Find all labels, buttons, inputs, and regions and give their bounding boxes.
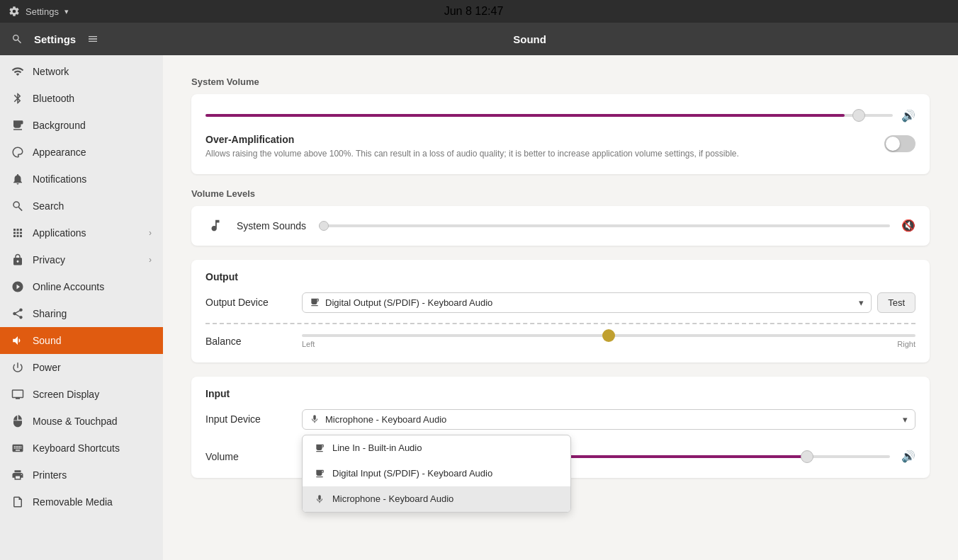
over-amplification-toggle[interactable] — [884, 135, 915, 152]
sidebar-item-label-privacy: Privacy — [33, 254, 65, 265]
input-volume-high-icon: 🔊 — [901, 450, 915, 463]
sidebar-item-sound[interactable]: Sound — [0, 327, 163, 354]
sidebar-item-search[interactable]: Search — [0, 193, 163, 219]
sidebar-item-label-printers: Printers — [33, 469, 67, 481]
dropdown-item-microphone-label: Microphone - Keyboard Audio — [332, 493, 453, 504]
balance-thumb[interactable] — [602, 329, 615, 342]
system-volume-title: System Volume — [191, 76, 930, 87]
input-dropdown-arrow-icon: ▾ — [903, 414, 908, 425]
power-icon — [11, 361, 24, 374]
over-amplification-row: Over-Amplification Allows raising the vo… — [191, 122, 930, 174]
system-sounds-slider[interactable] — [319, 219, 890, 233]
output-device-row: Output Device Digital Output (S/PDIF) - … — [191, 282, 930, 323]
output-card: Output Output Device Digital Output (S/P… — [191, 260, 930, 362]
page-title: Sound — [110, 33, 949, 45]
sidebar-item-applications[interactable]: Applications › — [0, 219, 163, 246]
sidebar-item-background[interactable]: Background — [0, 112, 163, 139]
input-volume-thumb[interactable] — [801, 450, 813, 463]
chevron-icon-applications: › — [149, 228, 152, 238]
over-amplification-text: Over-Amplification Allows raising the vo… — [205, 134, 873, 160]
sidebar-item-label-appearance: Appearance — [33, 147, 86, 158]
main-layout: Network Bluetooth Background Appearance … — [0, 55, 958, 560]
sidebar-item-label-power: Power — [33, 362, 61, 373]
test-button[interactable]: Test — [877, 292, 915, 313]
balance-slider-container: Left Right — [302, 334, 915, 348]
online-accounts-icon — [11, 280, 24, 293]
output-device-select-container: Digital Output (S/PDIF) - Keyboard Audio… — [302, 292, 915, 313]
sharing-icon — [11, 307, 24, 320]
notifications-icon — [11, 173, 24, 185]
dropdown-item-line-in-label: Line In - Built-in Audio — [332, 442, 422, 453]
system-volume-slider[interactable] — [205, 108, 893, 122]
dropdown-item-digital-input-label: Digital Input (S/PDIF) - Keyboard Audio — [332, 468, 492, 479]
sidebar-item-keyboard-shortcuts[interactable]: Keyboard Shortcuts — [0, 435, 163, 462]
input-device-label: Input Device — [205, 413, 291, 425]
sidebar-item-notifications[interactable]: Notifications — [0, 166, 163, 193]
output-device-label: Output Device — [205, 297, 291, 308]
output-section-title: Output — [191, 260, 930, 282]
hamburger-button[interactable] — [84, 30, 101, 47]
sidebar-item-label-network: Network — [33, 66, 69, 77]
sidebar-item-power[interactable]: Power — [0, 354, 163, 381]
system-sounds-label: System Sounds — [237, 220, 308, 232]
toggle-knob — [886, 137, 900, 151]
sidebar-item-label-sound: Sound — [33, 335, 61, 346]
search-icon — [11, 200, 24, 212]
sidebar-item-sharing[interactable]: Sharing — [0, 300, 163, 327]
titlebar-app-label: Settings — [26, 6, 59, 17]
sidebar-item-network[interactable]: Network — [0, 58, 163, 85]
dropdown-item-line-in[interactable]: Line In - Built-in Audio — [303, 435, 570, 461]
sidebar-item-printers[interactable]: Printers — [0, 462, 163, 488]
sidebar-item-label-search: Search — [33, 200, 64, 212]
output-device-name: Digital Output (S/PDIF) - Keyboard Audio — [325, 297, 492, 308]
balance-label: Balance — [205, 336, 291, 347]
sidebar-item-label-mouse-touchpad: Mouse & Touchpad — [33, 416, 118, 427]
balance-track[interactable] — [302, 334, 915, 337]
keyboard-shortcuts-icon — [11, 442, 24, 455]
sidebar-item-mouse-touchpad[interactable]: Mouse & Touchpad — [0, 408, 163, 435]
system-volume-card: 🔊 Over-Amplification Allows raising the … — [191, 94, 930, 174]
hamburger-icon — [87, 33, 98, 45]
sidebar-item-label-bluetooth: Bluetooth — [33, 93, 74, 104]
printers-icon — [11, 469, 24, 481]
input-device-dropdown-popup[interactable]: Line In - Built-in Audio Digital Input (… — [302, 435, 571, 513]
privacy-icon — [11, 253, 24, 266]
input-section-title: Input — [191, 377, 930, 399]
background-icon — [11, 119, 24, 132]
volume-levels-title: Volume Levels — [191, 188, 930, 199]
audio-card-icon-line-in — [314, 442, 325, 454]
titlebar-dropdown-icon[interactable]: ▾ — [64, 7, 69, 16]
search-button[interactable] — [9, 30, 26, 47]
sidebar-item-removable-media[interactable]: Removable Media — [0, 488, 163, 515]
volume-level-row: System Sounds 🔇 — [191, 206, 930, 246]
input-device-dropdown[interactable]: Microphone - Keyboard Audio ▾ — [302, 409, 915, 430]
applications-icon — [11, 227, 24, 239]
screen-display-icon — [11, 388, 24, 401]
system-sounds-icon — [205, 216, 225, 236]
output-device-dropdown[interactable]: Digital Output (S/PDIF) - Keyboard Audio… — [302, 292, 872, 313]
dropdown-arrow-icon: ▾ — [859, 297, 864, 308]
audio-card-icon-digital — [314, 468, 325, 479]
dropdown-item-digital-input[interactable]: Digital Input (S/PDIF) - Keyboard Audio — [303, 461, 570, 486]
sound-icon — [11, 334, 24, 347]
dropdown-item-microphone[interactable]: Microphone - Keyboard Audio — [303, 486, 570, 512]
sidebar-item-online-accounts[interactable]: Online Accounts — [0, 273, 163, 300]
titlebar-datetime: Jun 8 12:47 — [444, 5, 504, 18]
input-volume-label: Volume — [205, 451, 291, 462]
headerbar-app-name: Settings — [34, 33, 76, 45]
titlebar: Settings ▾ Jun 8 12:47 — [0, 0, 958, 23]
sidebar-item-bluetooth[interactable]: Bluetooth — [0, 85, 163, 112]
content-area: System Volume 🔊 Over-Amplification Allow… — [163, 55, 958, 560]
search-icon — [11, 33, 23, 45]
system-volume-fill — [205, 114, 845, 117]
volume-high-icon: 🔊 — [901, 109, 915, 122]
bluetooth-icon — [11, 92, 24, 105]
volume-levels-card: System Sounds 🔇 — [191, 206, 930, 246]
sidebar-item-privacy[interactable]: Privacy › — [0, 246, 163, 273]
sidebar-item-screen-display[interactable]: Screen Display — [0, 381, 163, 408]
sidebar-item-appearance[interactable]: Appearance — [0, 139, 163, 166]
over-amplification-desc: Allows raising the volume above 100%. Th… — [205, 148, 873, 160]
system-sounds-thumb[interactable] — [319, 221, 329, 231]
volume-mute-icon: 🔇 — [901, 219, 915, 232]
system-volume-thumb[interactable] — [852, 109, 865, 122]
